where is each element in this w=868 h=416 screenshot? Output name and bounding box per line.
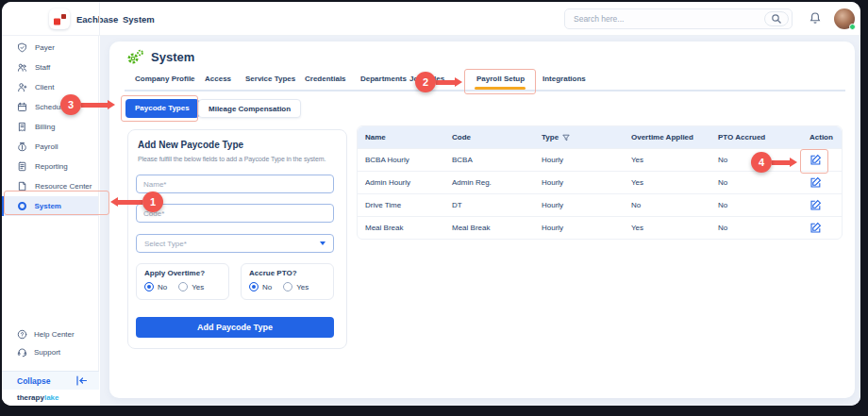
people-icon [17,62,27,73]
sidebar-item-client[interactable]: Client [2,77,98,97]
form-title: Add New Paycode Type [138,140,243,150]
search-button[interactable] [764,11,789,26]
annotation-arrow-bar [436,80,455,85]
cell-type: Hourly [534,224,624,232]
section-title: System [151,50,194,64]
sidebar-item-label: System [35,202,61,210]
notifications-button[interactable] [809,11,822,29]
cell-name: Meal Break [358,224,444,232]
sidebar-item-schedule[interactable]: Schedule [2,97,98,117]
tab-company-profile[interactable]: Company Profile [135,75,195,83]
edit-button[interactable] [802,154,842,166]
global-search [564,8,793,29]
help-center-link[interactable]: Help Center [2,325,99,343]
edit-icon [810,154,822,166]
brand-logo[interactable] [49,8,70,29]
edit-button[interactable] [802,222,842,234]
page-title: System [123,14,155,25]
cell-name: BCBA Hourly [358,156,444,164]
table-row: Meal Break Meal Break Hourly Yes No [358,216,842,239]
edit-button[interactable] [802,176,842,189]
annotation-badge-1: 1 [142,191,163,212]
shield-icon [17,42,27,53]
therapylake-logo-part1: therapy [17,393,44,402]
edit-icon [810,199,822,211]
top-header: Eachbase System [2,2,860,36]
radio-unselected-icon [283,282,292,291]
sidebar-item-label: Reporting [35,162,68,171]
sidebar-item-resource-center[interactable]: Resource Center [2,176,98,196]
code-field[interactable] [136,204,334,223]
cell-code: Meal Break [444,224,534,232]
annotation-arrow-right-icon [455,77,462,87]
collapse-label: Collapse [17,376,50,386]
apply-overtime-label: Apply Overtime? [144,269,221,277]
tab-access[interactable]: Access [205,75,231,83]
therapylake-logo: therapylake [2,390,99,406]
radio-selected-icon [249,282,259,291]
filter-icon[interactable] [562,134,570,141]
table-row: Admin Hourly Admin Reg. Hourly Yes No [358,171,842,193]
tab-service-types[interactable]: Service Types [245,75,295,83]
col-name: Name [358,133,444,141]
ring-icon [17,201,27,211]
sidebar-item-billing[interactable]: Billing [2,117,98,137]
overtime-yes-option[interactable]: Yes [178,282,204,291]
cell-type: Hourly [534,156,624,164]
pto-yes-option[interactable]: Yes [283,282,309,291]
support-label: Support [34,348,60,357]
person-icon [17,82,27,92]
accrue-pto-label: Accrue PTO? [249,269,326,277]
col-code: Code [444,133,534,141]
tab-credentials[interactable]: Credentials [305,75,346,83]
annotation-badge-4: 4 [751,152,772,173]
col-action: Action [802,133,842,141]
annotation-arrow-bar [772,160,790,165]
edit-button[interactable] [802,199,842,211]
tab-integrations[interactable]: Integrations [542,75,586,83]
tabs-divider [125,90,845,92]
pto-no-option[interactable]: No [249,282,272,291]
cell-name: Drive Time [358,201,444,209]
overtime-no-option[interactable]: No [144,282,167,291]
edit-icon [810,176,822,189]
tab-departments[interactable]: Departments [360,75,407,83]
brand-name: Eachbase [76,14,118,25]
table-row: Drive Time DT Hourly No No [358,193,842,216]
edit-icon [810,222,822,234]
tab-payroll-setup[interactable]: Payroll Setup [476,75,525,83]
support-link[interactable]: Support [2,343,99,361]
collapse-sidebar-button[interactable]: Collapse [2,371,99,390]
cell-pto: No [710,224,802,232]
therapylake-logo-part2: lake [44,393,59,402]
collapse-icon [75,375,88,386]
cell-overtime: Yes [624,156,710,164]
subtab-mileage-compensation[interactable]: Mileage Compensation [198,99,301,118]
bell-icon [809,11,822,25]
sidebar-item-payer[interactable]: Payer [2,38,98,58]
search-input[interactable] [565,14,764,24]
sidebar-item-system[interactable]: System [2,196,98,216]
online-status-dot [849,24,856,30]
add-paycode-type-button[interactable]: Add Paycode Type [136,317,334,338]
annotation-arrow-right-icon [790,158,797,167]
sidebar-item-staff[interactable]: Staff [2,58,98,77]
accrue-pto-group: Accrue PTO? No Yes [241,263,334,300]
search-icon [771,13,782,25]
sidebar-item-label: Payer [35,43,55,52]
type-select-placeholder: Select Type* [144,240,187,248]
subtab-paycode-types[interactable]: Paycode Types [125,99,199,118]
user-avatar[interactable] [834,8,855,29]
sidebar-item-label: Billing [35,123,55,131]
sidebar-item-reporting[interactable]: Reporting [2,157,98,176]
sidebar-item-payroll[interactable]: Payroll [2,137,98,157]
name-field[interactable] [136,175,334,193]
cell-name: Admin Hourly [358,178,444,187]
col-type[interactable]: Type [534,133,624,141]
headset-icon [17,347,27,358]
radio-unselected-icon [178,282,188,291]
sidebar-item-label: Client [35,83,54,92]
apply-overtime-group: Apply Overtime? No Yes [136,263,229,300]
type-select[interactable]: Select Type* [136,234,334,253]
cell-code: BCBA [444,156,534,164]
